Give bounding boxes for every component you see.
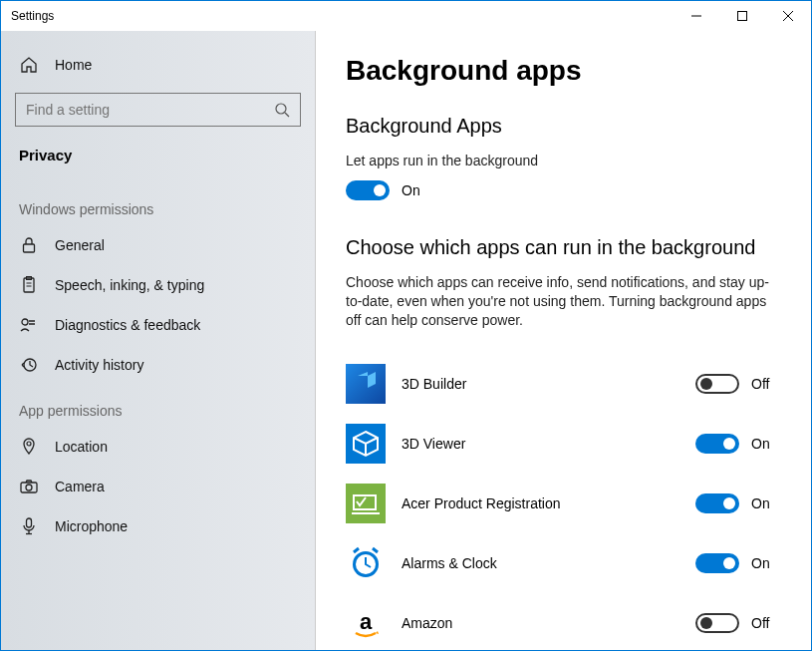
microphone-icon [19,516,39,536]
minimize-button[interactable] [674,1,719,31]
sidebar-item-label: Camera [55,479,105,494]
location-icon [19,437,39,457]
svg-rect-7 [24,278,34,292]
app-toggle-acer[interactable] [695,493,739,513]
search-icon [274,102,290,118]
svg-rect-21 [346,484,386,523]
svg-rect-1 [738,12,747,21]
sidebar-item-speech[interactable]: Speech, inking, & typing [1,265,315,305]
svg-point-15 [26,485,32,490]
page-title: Background apps [346,55,781,87]
titlebar: Settings [1,1,811,31]
svg-point-13 [27,442,31,446]
search-input[interactable] [15,93,301,127]
master-toggle[interactable] [346,180,390,200]
sidebar-item-microphone[interactable]: Microphone [1,506,315,546]
window-title: Settings [11,9,54,23]
app-toggle-alarms[interactable] [695,553,739,573]
sidebar-item-label: Activity history [55,357,143,373]
app-icon-3d-builder [346,364,386,404]
section-description: Choose which apps can receive info, send… [346,273,781,330]
sidebar-item-label: Speech, inking, & typing [55,277,204,293]
app-name-label: Acer Product Registration [402,495,695,511]
app-toggle-state: Off [751,615,769,631]
svg-text:a: a [360,609,373,634]
master-toggle-state: On [402,182,420,198]
app-toggle-3d-builder[interactable] [695,374,739,394]
feedback-icon [19,315,39,335]
current-section-label: Privacy [1,137,315,183]
app-name-label: Alarms & Clock [402,555,695,571]
app-icon-acer [346,484,386,523]
maximize-button[interactable] [719,1,765,31]
sidebar-item-home[interactable]: Home [1,45,315,85]
app-icon-3d-viewer [346,424,386,464]
app-toggle-state: On [751,555,770,571]
sidebar-item-camera[interactable]: Camera [1,467,315,506]
sidebar-item-label: Microphone [55,518,128,534]
app-name-label: 3D Viewer [402,436,695,452]
svg-point-11 [22,319,28,325]
svg-rect-19 [346,364,386,404]
clipboard-icon [19,275,39,295]
app-row-alarms: Alarms & Clock On [346,533,781,593]
svg-rect-16 [27,518,32,527]
sidebar-item-label: General [55,237,105,253]
svg-point-4 [276,104,286,114]
section-heading-app-permissions: App permissions [1,385,315,427]
section-title-background-apps: Background Apps [346,115,781,138]
sidebar-item-diagnostics[interactable]: Diagnostics & feedback [1,305,315,345]
sidebar-item-location[interactable]: Location [1,427,315,467]
app-toggle-state: On [751,436,770,452]
app-toggle-3d-viewer[interactable] [695,434,739,454]
history-icon [19,355,39,375]
sidebar-item-activity[interactable]: Activity history [1,345,315,385]
app-toggle-state: On [751,495,770,511]
svg-line-5 [285,113,289,117]
section-heading-windows-permissions: Windows permissions [1,183,315,225]
close-button[interactable] [765,1,811,31]
app-row-3d-viewer: 3D Viewer On [346,414,781,474]
lock-icon [19,235,39,255]
app-toggle-amazon[interactable] [695,613,739,633]
app-row-acer: Acer Product Registration On [346,474,781,533]
app-row-amazon: a Amazon Off [346,593,781,650]
window-controls [674,1,811,31]
svg-rect-6 [24,244,35,252]
sidebar-item-label: Diagnostics & feedback [55,317,200,333]
app-toggle-state: Off [751,376,769,392]
sidebar: Home Privacy Windows permissions General… [1,31,316,650]
app-row-3d-builder: 3D Builder Off [346,354,781,414]
sidebar-item-label: Location [55,439,108,455]
search-field[interactable] [26,102,274,118]
camera-icon [19,477,39,496]
app-icon-alarms [346,543,386,583]
content-area: Background apps Background Apps Let apps… [316,31,811,650]
master-toggle-label: Let apps run in the background [346,152,781,170]
app-name-label: 3D Builder [402,376,695,392]
sidebar-item-general[interactable]: General [1,225,315,265]
app-name-label: Amazon [402,615,695,631]
app-icon-amazon: a [346,603,386,643]
section-title-choose-apps: Choose which apps can run in the backgro… [346,236,781,259]
sidebar-item-label: Home [55,57,92,73]
home-icon [19,55,39,75]
